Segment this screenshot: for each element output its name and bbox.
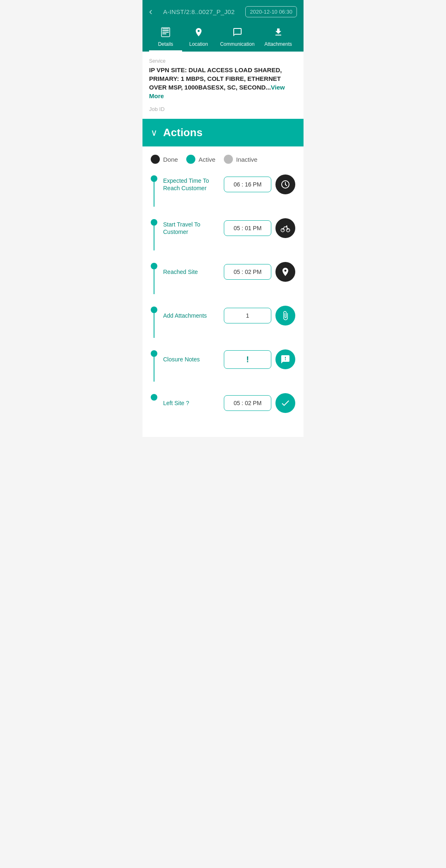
timeline-col (151, 307, 157, 338)
timeline-line (154, 313, 154, 338)
timeline-dot (151, 263, 157, 269)
action-value-reached-site[interactable]: 05 : 02 PM (224, 264, 271, 280)
legend-done: Done (151, 155, 178, 164)
timeline-col (151, 394, 157, 401)
service-text: IP VPN SITE: DUAL ACCESS LOAD SHARED, PR… (149, 66, 297, 100)
actions-title: Actions (163, 126, 202, 139)
timeline-col (151, 219, 157, 250)
location-icon (194, 27, 204, 40)
tab-communication[interactable]: Communication (215, 24, 259, 52)
action-value-start-travel[interactable]: 05 : 01 PM (224, 220, 271, 236)
datetime-badge: 2020-12-10 06:30 (245, 6, 297, 17)
timeline-line (154, 357, 154, 382)
timeline-line (154, 269, 154, 294)
actions-bar[interactable]: ∨ Actions (142, 119, 304, 146)
tab-attachments-label: Attachments (264, 41, 292, 47)
action-item-reached-site: Reached Site05 : 02 PM (151, 262, 295, 294)
action-btn-closure-notes[interactable] (275, 349, 295, 369)
header: ‹ A-INST/2:8..0027_P_J02 2020-12-10 06:3… (142, 0, 304, 52)
back-button[interactable]: ‹ (149, 6, 152, 17)
action-content: Start Travel To Customer05 : 01 PM (163, 218, 295, 238)
tab-attachments[interactable]: Attachments (259, 24, 297, 52)
timeline-col (151, 263, 157, 294)
action-content: Add Attachments1 (163, 306, 295, 326)
tab-communication-label: Communication (220, 41, 254, 47)
timeline-dot (151, 394, 157, 401)
chevron-down-icon: ∨ (151, 127, 157, 138)
timeline-col (151, 175, 157, 207)
action-label-reached-site: Reached Site (163, 268, 220, 276)
action-item-add-attachments: Add Attachments1 (151, 306, 295, 338)
tab-details-label: Details (158, 41, 173, 47)
action-value-add-attachments[interactable]: 1 (224, 308, 271, 323)
action-label-expected-time: Expected Time To Reach Customer (163, 177, 220, 192)
svg-rect-0 (162, 28, 169, 29)
action-content: Expected Time To Reach Customer06 : 16 P… (163, 175, 295, 194)
timeline-dot (151, 219, 157, 226)
timeline-dot (151, 350, 157, 357)
job-id-label: Job ID (149, 106, 297, 112)
attachments-icon (273, 27, 283, 40)
action-label-add-attachments: Add Attachments (163, 312, 220, 319)
service-label: Service (149, 58, 297, 64)
content-area: Service IP VPN SITE: DUAL ACCESS LOAD SH… (142, 52, 304, 119)
legend-inactive: Inactive (224, 155, 258, 164)
job-reference: A-INST/2:8..0027_P_J02 (163, 8, 235, 15)
action-btn-left-site[interactable] (275, 393, 295, 413)
tab-location[interactable]: Location (182, 24, 215, 52)
communication-icon (232, 27, 242, 40)
tab-details[interactable]: Details (149, 24, 182, 52)
action-item-left-site: Left Site ?05 : 02 PM (151, 393, 295, 413)
action-btn-start-travel[interactable] (275, 218, 295, 238)
svg-rect-2 (162, 32, 169, 33)
timeline-line (154, 182, 154, 207)
timeline-line (154, 226, 154, 250)
action-item-start-travel: Start Travel To Customer05 : 01 PM (151, 218, 295, 250)
action-btn-reached-site[interactable] (275, 262, 295, 282)
details-icon (161, 27, 171, 40)
done-label: Done (163, 156, 178, 163)
action-label-start-travel: Start Travel To Customer (163, 221, 220, 236)
timeline-dot (151, 307, 157, 313)
legend: Done Active Inactive (142, 146, 304, 168)
action-value-closure-notes[interactable]: ! (224, 350, 271, 369)
svg-point-8 (286, 226, 287, 227)
legend-active: Active (186, 155, 216, 164)
action-content: Reached Site05 : 02 PM (163, 262, 295, 282)
active-dot (186, 155, 195, 164)
timeline-col (151, 350, 157, 382)
action-content: Closure Notes! (163, 349, 295, 369)
svg-rect-3 (162, 33, 166, 34)
action-btn-expected-time[interactable] (275, 175, 295, 194)
inactive-label: Inactive (236, 156, 258, 163)
action-item-closure-notes: Closure Notes! (151, 349, 295, 382)
action-label-closure-notes: Closure Notes (163, 356, 220, 363)
active-label: Active (199, 156, 216, 163)
header-top: ‹ A-INST/2:8..0027_P_J02 2020-12-10 06:3… (149, 6, 297, 17)
action-content: Left Site ?05 : 02 PM (163, 393, 295, 413)
svg-rect-1 (162, 30, 169, 31)
action-value-left-site[interactable]: 05 : 02 PM (224, 395, 271, 411)
action-value-expected-time[interactable]: 06 : 16 PM (224, 177, 271, 192)
done-dot (151, 155, 160, 164)
inactive-dot (224, 155, 233, 164)
action-label-left-site: Left Site ? (163, 399, 220, 407)
actions-list: Expected Time To Reach Customer06 : 16 P… (142, 168, 304, 437)
nav-tabs: Details Location Communication Attachmen… (149, 24, 297, 52)
action-btn-add-attachments[interactable] (275, 306, 295, 326)
timeline-dot (151, 175, 157, 182)
action-item-expected-time: Expected Time To Reach Customer06 : 16 P… (151, 175, 295, 207)
tab-location-label: Location (189, 41, 208, 47)
